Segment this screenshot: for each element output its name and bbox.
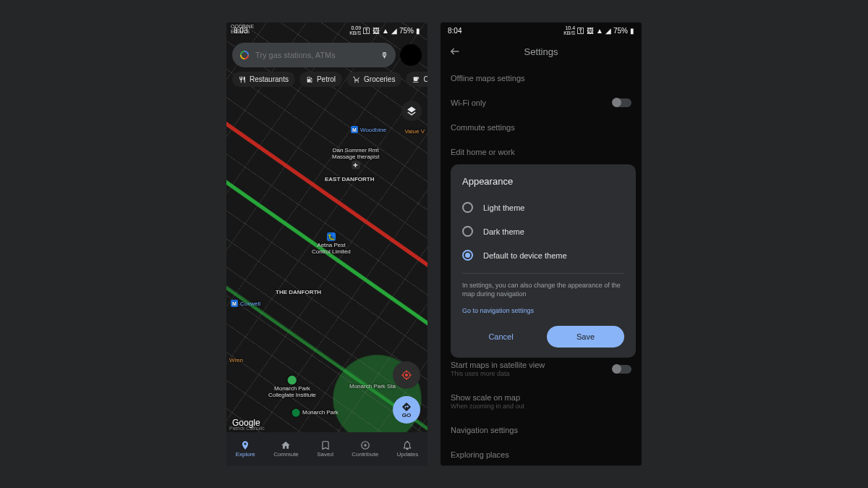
massage-icon: ✚: [352, 161, 360, 169]
phone-maps: 8:03 0.09 KB/S ⚿ 🖼 ▲ ◢ 75% ▮ OODBINE EIG…: [226, 22, 427, 466]
battery-pct: 75%: [613, 27, 628, 35]
street-wren: Wren: [229, 357, 243, 363]
status-bar: 8:03 0.09 KB/S ⚿ 🖼 ▲ ◢ 75% ▮: [226, 22, 427, 38]
battery-icon: ▮: [630, 27, 634, 35]
poi-monarch-sta[interactable]: Monarch Park Sta: [349, 383, 396, 390]
wifi-icon: ▲: [596, 27, 603, 35]
signal-icon: ◢: [605, 27, 611, 35]
net-speed: 10.4 KB/S: [563, 25, 575, 35]
svg-point-5: [406, 374, 408, 376]
key-icon: ⚿: [363, 27, 370, 35]
poi-aetna[interactable]: Aetna Pest Control Limited: [312, 242, 351, 255]
status-bar: 8:04 10.4 KB/S ⚿ 🖼 ▲ ◢ 75% ▮: [441, 22, 642, 38]
image-icon: 🖼: [373, 27, 380, 35]
area-the-danforth: THE DANFORTH: [276, 289, 321, 295]
signal-icon: ◢: [391, 27, 397, 35]
chip-coffee[interactable]: Coffee: [406, 72, 427, 87]
battery-icon: ▮: [416, 27, 420, 35]
search-box[interactable]: 🎙: [232, 43, 396, 67]
net-speed: 0.09 KB/S: [349, 25, 361, 35]
image-icon: 🖼: [587, 27, 594, 35]
clock: 8:03: [234, 27, 247, 35]
park-icon: ⬤: [287, 374, 297, 384]
locate-button[interactable]: [393, 361, 420, 389]
account-avatar[interactable]: [400, 44, 422, 66]
appearance-dialog: Appearance Light theme Dark theme Defaul…: [451, 164, 636, 358]
chip-restaurants[interactable]: Restaurants: [232, 72, 295, 87]
metro-icon: M: [351, 126, 358, 133]
nav-commute[interactable]: Commute: [273, 440, 299, 458]
google-logo-icon: [239, 50, 250, 60]
nav-updates[interactable]: Updates: [396, 440, 418, 458]
nav-explore[interactable]: Explore: [236, 440, 255, 458]
radio-device-default[interactable]: Default to device theme: [462, 243, 624, 267]
clock: 8:04: [448, 27, 461, 35]
wifi-icon: ▲: [382, 27, 389, 35]
station-coxwell[interactable]: Coxwell: [240, 300, 260, 307]
tree-icon: ⬤: [292, 408, 300, 417]
nav-contribute[interactable]: Contribute: [352, 440, 378, 458]
chip-petrol[interactable]: Petrol: [299, 72, 342, 87]
mic-icon[interactable]: 🎙: [380, 51, 388, 59]
radio-dark[interactable]: Dark theme: [462, 219, 624, 243]
poi-monarch-park[interactable]: Monarch Park: [302, 409, 339, 416]
chip-groceries[interactable]: Groceries: [346, 72, 401, 87]
phone-settings: 8:04 10.4 KB/S ⚿ 🖼 ▲ ◢ 75% ▮ Settings Of…: [441, 22, 642, 466]
poi-monarch-inst[interactable]: Monarch Park Collegiate Institute: [268, 385, 316, 398]
area-east-danforth: EAST DANFORTH: [325, 176, 374, 182]
category-chips: Restaurants Petrol Groceries Coffee: [232, 72, 422, 87]
link-nav-settings[interactable]: Go to navigation settings: [462, 307, 624, 314]
nav-saved[interactable]: Saved: [317, 440, 333, 458]
poi-dan-sommer[interactable]: Dan Sommer Rmt Massage therapist: [332, 147, 379, 160]
battery-pct: 75%: [399, 27, 414, 35]
bottom-nav: Explore Commute Saved Contribute Updates: [226, 432, 427, 466]
pest-icon: 🐛: [327, 232, 336, 241]
directions-button[interactable]: GO: [393, 396, 420, 424]
search-input[interactable]: [255, 51, 375, 59]
radio-light[interactable]: Light theme: [462, 195, 624, 219]
dialog-title: Appearance: [462, 176, 624, 187]
key-icon: ⚿: [577, 27, 584, 35]
save-button[interactable]: Save: [547, 326, 624, 348]
google-watermark: Google: [232, 418, 260, 428]
layers-button[interactable]: [401, 101, 422, 121]
dialog-info: In settings, you can also change the app…: [462, 281, 624, 298]
station-woodbine[interactable]: Woodbine: [360, 127, 386, 133]
cancel-button[interactable]: Cancel: [462, 326, 540, 348]
poi-value[interactable]: Value V: [405, 128, 425, 135]
metro-icon: M: [231, 300, 238, 307]
